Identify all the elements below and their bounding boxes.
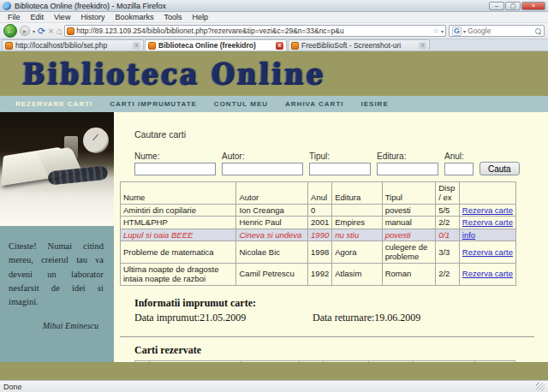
bookmark-star-icon[interactable]: ☆ bbox=[432, 27, 439, 35]
table-row: HTML&PHP Henric Paul 2001 Empires manual… bbox=[121, 217, 516, 229]
forward-button[interactable]: ▸ bbox=[20, 26, 30, 36]
table-row: Probleme de matematica Nicolae Bic 1998 … bbox=[121, 241, 516, 263]
rezerva-carte-link[interactable]: Rezerva carte bbox=[462, 269, 513, 278]
maximize-button[interactable]: ▢ bbox=[505, 2, 521, 10]
rezerva-carte-link[interactable]: Rezerva carte bbox=[462, 217, 513, 227]
reload-button[interactable]: ⟳ bbox=[38, 26, 45, 37]
url-bar[interactable]: ☆ ▾ bbox=[64, 25, 446, 37]
site-logo: Biblioteca Online bbox=[21, 56, 325, 91]
cauta-button[interactable]: Cauta bbox=[480, 162, 520, 175]
menu-history[interactable]: History bbox=[76, 13, 109, 21]
url-input[interactable] bbox=[76, 27, 431, 35]
nume-input[interactable] bbox=[134, 163, 216, 175]
tab-favicon bbox=[5, 42, 13, 50]
back-button[interactable]: ← bbox=[3, 24, 17, 38]
rezerva-carte-link[interactable]: Rezerva carte bbox=[462, 247, 513, 257]
nav-rezervare-carti[interactable]: REZERVARE CARTI bbox=[15, 100, 92, 108]
sidebar-quote: Citeste! Numai citind mereu, creierul ta… bbox=[9, 240, 104, 309]
autor-input[interactable] bbox=[222, 163, 303, 175]
history-dropdown-icon[interactable]: ▾ bbox=[33, 28, 35, 34]
tab-freebibliosoft[interactable]: FreeBiblioSoft - Screenshot-uri x bbox=[288, 39, 430, 50]
tab-favicon bbox=[291, 42, 299, 50]
section-divider bbox=[120, 336, 534, 337]
anul-input[interactable] bbox=[444, 163, 474, 175]
close-button[interactable]: × bbox=[521, 2, 545, 10]
engine-dropdown-icon[interactable]: ▾ bbox=[463, 28, 466, 34]
search-section-title: Cautare carti bbox=[134, 129, 543, 140]
resize-grip[interactable] bbox=[536, 383, 545, 391]
table-header-row: Nume Autor Anul Editura Tipul Disp / ex bbox=[121, 182, 516, 205]
main-content: Cautare carti Nume: Autor: Tipul: bbox=[114, 112, 548, 362]
search-results-table: Nume Autor Anul Editura Tipul Disp / ex … bbox=[120, 181, 516, 286]
table-header-row: Nr Nume Autor Anul Editura Tipul Data. e… bbox=[135, 360, 515, 362]
status-bar: Done bbox=[0, 380, 548, 392]
navigation-toolbar: ← ▸ ▾ ⟳ × ⌂ ☆ ▾ G ▾ bbox=[0, 23, 548, 39]
site-navigation: REZERVARE CARTI CARTI IMPRUMUTATE CONTUL… bbox=[0, 96, 548, 112]
table-row: Amintiri din copilarie Ion Creanga 0 pov… bbox=[121, 204, 516, 216]
search-box[interactable]: G ▾ bbox=[449, 25, 545, 37]
sidebar-quote-author: Mihai Eminescu bbox=[9, 321, 98, 330]
status-text: Done bbox=[3, 383, 22, 391]
tab-close-icon[interactable]: x bbox=[133, 42, 140, 50]
reserved-books-table: Nr Nume Autor Anul Editura Tipul Data. e… bbox=[134, 360, 515, 362]
home-button[interactable]: ⌂ bbox=[57, 26, 63, 36]
sidebar: Citeste! Numai citind mereu, creierul ta… bbox=[0, 112, 114, 362]
menu-help[interactable]: Help bbox=[188, 13, 212, 21]
loan-info-section: Informatii imprumut carte: Data imprumut… bbox=[134, 297, 543, 324]
menu-view[interactable]: View bbox=[50, 13, 74, 21]
google-engine-icon[interactable]: G bbox=[452, 27, 462, 36]
tab-set-php[interactable]: http://localhost/biblio/set.php x bbox=[2, 39, 144, 50]
table-row-unavailable: Lupul si oaia BEEE Cineva si undeva 1990… bbox=[121, 229, 516, 241]
tab-biblioteca-online[interactable]: Biblioteca Online (freekidro) x bbox=[145, 39, 287, 50]
url-dropdown-icon[interactable]: ▾ bbox=[441, 28, 444, 34]
autor-label: Autor: bbox=[222, 151, 303, 161]
reserved-books-title: Carti rezervate bbox=[134, 344, 543, 357]
editura-label: Editura: bbox=[377, 151, 438, 161]
site-header: Biblioteca Online bbox=[0, 51, 548, 96]
minimize-button[interactable]: – bbox=[489, 2, 504, 10]
window-title: Biblioteca Online (freekidro) - Mozilla … bbox=[15, 2, 489, 10]
tab-close-icon[interactable]: x bbox=[419, 42, 426, 50]
info-link[interactable]: info bbox=[462, 230, 475, 240]
menu-edit[interactable]: Edit bbox=[27, 13, 49, 21]
nav-contul-meu[interactable]: CONTUL MEU bbox=[214, 100, 268, 108]
tipul-input[interactable] bbox=[309, 163, 371, 175]
menu-file[interactable]: File bbox=[3, 13, 25, 21]
reserved-books-section: Carti rezervate Nr Nume Autor Anul Editu… bbox=[134, 344, 543, 362]
search-magnifier-icon[interactable] bbox=[535, 28, 541, 34]
tab-close-icon[interactable]: x bbox=[276, 42, 283, 50]
loan-info-title: Informatii imprumut carte: bbox=[134, 297, 543, 310]
menu-bar: File Edit View History Bookmarks Tools H… bbox=[0, 12, 548, 23]
nav-iesire[interactable]: IESIRE bbox=[361, 100, 389, 108]
tab-bar: http://localhost/biblio/set.php x Biblio… bbox=[0, 39, 548, 51]
page-favicon bbox=[67, 27, 74, 35]
browser-window: Biblioteca Online (freekidro) - Mozilla … bbox=[0, 0, 548, 392]
page-viewport: Biblioteca Online REZERVARE CARTI CARTI … bbox=[0, 51, 548, 380]
return-date: Data returnare:19.06.2009 bbox=[313, 312, 420, 324]
book-clock-photo bbox=[0, 112, 114, 226]
stop-button[interactable]: × bbox=[48, 26, 53, 36]
alarm-clock-image bbox=[83, 128, 109, 153]
nav-carti-imprumutate[interactable]: CARTI IMPRUMUTATE bbox=[110, 100, 197, 108]
book-search-form: Nume: Autor: Tipul: Editura: bbox=[134, 151, 543, 175]
title-bar: Biblioteca Online (freekidro) - Mozilla … bbox=[0, 0, 548, 12]
firefox-icon bbox=[3, 2, 11, 10]
menu-tools[interactable]: Tools bbox=[159, 13, 186, 21]
rezerva-carte-link[interactable]: Rezerva carte bbox=[462, 205, 513, 215]
menu-bookmarks[interactable]: Bookmarks bbox=[110, 13, 158, 21]
loan-date: Data imprumut:21.05.2009 bbox=[134, 312, 310, 324]
site-footer bbox=[0, 362, 548, 380]
nav-arhiva-carti[interactable]: ARHIVA CARTI bbox=[285, 100, 343, 108]
tab-favicon bbox=[148, 42, 156, 50]
tipul-label: Tipul: bbox=[309, 151, 371, 161]
nume-label: Nume: bbox=[134, 151, 216, 161]
web-search-input[interactable] bbox=[468, 27, 533, 35]
anul-label: Anul: bbox=[444, 151, 474, 161]
table-row: Ultima noapte de dragoste intaia noapte … bbox=[121, 263, 516, 285]
editura-input[interactable] bbox=[377, 163, 438, 175]
